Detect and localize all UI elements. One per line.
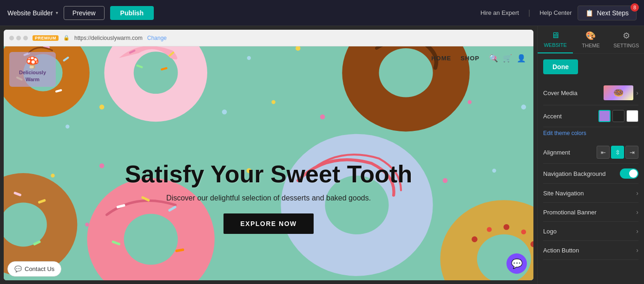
brand-label: Website Builder [7, 9, 53, 17]
align-right-button[interactable]: ⇥ [625, 146, 638, 159]
browser-dots [9, 36, 28, 40]
svg-point-5 [247, 56, 251, 60]
svg-point-13 [66, 125, 69, 129]
svg-point-31 [492, 169, 496, 173]
badge-count: 8 [631, 3, 639, 12]
svg-point-23 [51, 174, 54, 177]
tab-website[interactable]: 🖥 WEBSITE [538, 26, 573, 53]
dot-red [9, 36, 14, 40]
svg-point-6 [296, 46, 301, 51]
cover-media-label: Cover Media [543, 90, 578, 97]
website-icon: 🖥 [551, 31, 559, 40]
browser-url: https://deliciouslywarm.com [74, 35, 143, 41]
alignment-row: Alignment ⇤ ⇳ ⇥ [543, 141, 638, 164]
nav-background-label: Navigation Background [543, 170, 605, 177]
action-button-item[interactable]: Action Button › [543, 241, 638, 260]
cover-media-right: 🍩 › [604, 85, 638, 100]
accent-swatch-purple[interactable] [598, 110, 611, 122]
chevron-down-icon: ▾ [56, 10, 58, 15]
chat-icon: 💬 [14, 265, 22, 272]
dot-green [23, 36, 28, 40]
svg-point-17 [271, 100, 275, 104]
brand-area[interactable]: Website Builder ▾ [7, 9, 58, 17]
separator: | [528, 9, 530, 17]
promotional-banner-item[interactable]: Promotional Banner › [543, 203, 638, 222]
cover-media-thumbnail: 🍩 [604, 85, 633, 100]
logo-item[interactable]: Logo › [543, 222, 638, 241]
theme-icon: 🎨 [585, 31, 596, 41]
cover-media-chevron: › [636, 89, 638, 97]
browser-bar: PREMIUM 🔒 https://deliciouslywarm.com Ch… [4, 30, 533, 46]
promotional-banner-label: Promotional Banner [543, 209, 597, 216]
site-hero: 🍄 Deliciously Warm HOME SHOP 🔍 🛒 [4, 46, 533, 280]
accent-swatches [598, 110, 638, 122]
nav-icons: 🔍 🛒 👤 [489, 54, 526, 63]
main-content: PREMIUM 🔒 https://deliciouslywarm.com Ch… [0, 26, 644, 284]
nav-shop[interactable]: SHOP [460, 55, 480, 62]
site-navigation-chevron: › [636, 189, 638, 197]
change-url-link[interactable]: Change [147, 35, 167, 41]
accent-swatch-white[interactable] [626, 110, 638, 122]
lock-icon: 🔒 [63, 35, 70, 41]
logo-text: Deliciously Warm [19, 69, 46, 83]
logo-label: Logo [543, 228, 557, 235]
tab-settings[interactable]: ⚙ SETTINGS [609, 26, 644, 53]
hero-title: Satisfy Your Sweet Tooth [106, 161, 431, 187]
svg-point-18 [320, 114, 325, 119]
account-icon[interactable]: 👤 [517, 54, 526, 63]
right-panel: 🖥 WEBSITE 🎨 THEME ⚙ SETTINGS Done Cover … [537, 26, 644, 284]
preview-button[interactable]: Preview [64, 6, 105, 20]
accent-swatch-black[interactable] [612, 110, 624, 122]
chat-bubble-icon: 💬 [511, 258, 523, 269]
action-button-label: Action Button [543, 247, 579, 254]
site-logo: 🍄 Deliciously Warm [9, 52, 56, 87]
tab-website-label: WEBSITE [544, 42, 567, 48]
dot-yellow [16, 36, 21, 40]
topbar: Website Builder ▾ Preview Publish Hire a… [0, 0, 644, 26]
align-center-button[interactable]: ⇳ [611, 146, 624, 159]
site-navigation-label: Site Navigation [543, 190, 584, 197]
svg-point-21 [468, 100, 472, 104]
svg-point-14 [99, 104, 105, 110]
svg-point-79 [521, 230, 526, 235]
next-steps-button[interactable]: 📋 Next Steps 8 [578, 6, 637, 20]
edit-theme-link[interactable]: Edit theme colors [543, 130, 638, 136]
svg-point-57 [379, 48, 433, 97]
nav-background-toggle[interactable] [620, 168, 638, 179]
svg-point-30 [443, 178, 448, 183]
svg-point-33 [85, 223, 89, 226]
svg-point-22 [521, 104, 526, 110]
search-icon[interactable]: 🔍 [489, 54, 498, 63]
nav-background-row: Navigation Background [543, 164, 638, 184]
preview-area: PREMIUM 🔒 https://deliciouslywarm.com Ch… [0, 26, 537, 284]
nav-home[interactable]: HOME [431, 55, 451, 62]
hero-subtitle: Discover our delightful selection of des… [106, 194, 431, 202]
align-options: ⇤ ⇳ ⇥ [597, 146, 638, 159]
cart-icon[interactable]: 🛒 [503, 54, 512, 63]
premium-badge: PREMIUM [33, 35, 59, 41]
promotional-banner-chevron: › [636, 208, 638, 216]
align-left-button[interactable]: ⇤ [597, 146, 610, 159]
next-steps-icon: 📋 [585, 9, 593, 17]
hero-text-area: Satisfy Your Sweet Tooth Discover our de… [106, 161, 431, 234]
svg-point-16 [222, 110, 227, 115]
toggle-knob [629, 169, 637, 178]
svg-point-78 [504, 224, 510, 230]
tab-theme[interactable]: 🎨 THEME [573, 26, 608, 53]
action-button-chevron: › [636, 246, 638, 254]
done-button[interactable]: Done [543, 59, 578, 74]
cover-media-row[interactable]: Cover Media 🍩 › [543, 81, 638, 105]
site-navigation-item[interactable]: Site Navigation › [543, 184, 638, 203]
next-steps-label: Next Steps [597, 9, 629, 17]
chat-bubble-button[interactable]: 💬 [506, 253, 527, 274]
hire-expert-link[interactable]: Hire an Expert [480, 9, 519, 16]
help-center-link[interactable]: Help Center [539, 9, 572, 16]
publish-button[interactable]: Publish [110, 6, 154, 20]
logo-chevron: › [636, 227, 638, 235]
svg-point-77 [487, 227, 492, 232]
hero-cta-button[interactable]: EXPLORE NOW [223, 213, 314, 234]
accent-row: Accent [543, 105, 638, 127]
contact-us-label: Contact Us [25, 265, 54, 272]
contact-us-button[interactable]: 💬 Contact Us [7, 261, 61, 277]
tab-theme-label: THEME [582, 43, 600, 48]
